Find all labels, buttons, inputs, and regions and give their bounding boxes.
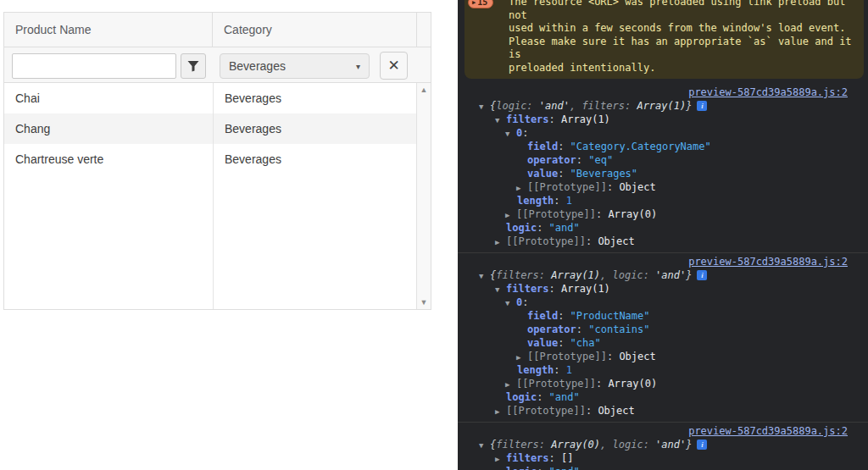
disclosure-triangle-icon[interactable]: ▶ <box>516 181 527 195</box>
console-tree-row: value: "cha" <box>458 336 868 350</box>
disclosure-triangle-icon[interactable]: ▶ <box>505 378 516 391</box>
console-token: [[Prototype]] <box>506 405 586 417</box>
category-cell[interactable]: Beverages <box>213 152 416 166</box>
console-log-block: preview-587cd39a5889a.js:2▼{logic: 'and'… <box>458 84 868 253</box>
console-tree-row: operator: "eq" <box>458 153 868 167</box>
screen: Product Name Category Beverages ▾ ✕ <box>0 0 868 470</box>
console-token: "Beverages" <box>570 168 637 180</box>
disclosure-triangle-icon[interactable]: ▼ <box>495 283 506 296</box>
product-name-filter-input[interactable] <box>12 53 176 79</box>
grid-filter-row: Beverages ▾ ✕ <box>4 47 431 83</box>
console-token: Array(1) <box>551 269 600 281</box>
console-token: filters <box>506 283 549 295</box>
console-token: Object <box>619 351 655 362</box>
column-header-label: Product Name <box>15 23 91 36</box>
table-row[interactable]: Chartreuse verte Beverages <box>4 144 416 174</box>
console-token: } <box>686 100 692 112</box>
console-token: : <box>522 296 528 308</box>
category-filter-dropdown[interactable]: Beverages ▾ <box>220 53 370 79</box>
info-icon[interactable]: i <box>697 440 707 450</box>
category-cell[interactable]: Beverages <box>213 122 416 135</box>
console-tree-row: ▼filters: Array(1) <box>458 282 868 296</box>
filter-button[interactable] <box>181 53 206 79</box>
disclosure-triangle-icon[interactable]: ▼ <box>495 113 506 127</box>
console-token: length <box>517 195 554 207</box>
console-token: Array(1) <box>561 113 610 125</box>
console-tree-row: ▶[[Prototype]]: Array(0) <box>458 207 868 221</box>
scroll-down-icon[interactable]: ▼ <box>420 299 428 306</box>
product-cell[interactable]: Chartreuse verte <box>4 152 213 166</box>
console-tree-row: ▼filters: Array(1) <box>458 113 868 126</box>
console-token: : <box>607 351 619 362</box>
console-tree-row: operator: "contains" <box>458 323 868 336</box>
console-token: "and" <box>549 222 580 234</box>
warning-count: 15 <box>477 0 487 8</box>
console-tree-row: ▶filters: [] <box>458 451 868 465</box>
console-token: value <box>527 168 558 180</box>
console-token: Array(0) <box>551 439 600 451</box>
clear-filter-button[interactable]: ✕ <box>380 52 408 80</box>
console-token: field <box>527 310 558 322</box>
info-icon[interactable]: i <box>697 101 707 111</box>
console-token: "ProductName" <box>570 310 650 322</box>
column-header-category[interactable]: Category <box>213 13 416 47</box>
warning-repeat-count-badge[interactable]: ▶ 15 <box>468 0 493 8</box>
console-token: Array(1) <box>637 100 686 112</box>
info-icon[interactable]: i <box>697 270 707 280</box>
console-tree-row: field: "Category.CategoryName" <box>458 140 868 153</box>
table-row[interactable]: Chang Beverages <box>4 113 416 144</box>
console-tree-row: logic: "and" <box>458 390 868 404</box>
console-token: : <box>537 222 548 234</box>
disclosure-triangle-icon[interactable]: ▼ <box>505 296 516 310</box>
source-link[interactable]: preview-587cd39a5889a.js:2 <box>688 256 848 268</box>
warning-line: Please make sure it has an appropriate `… <box>509 36 857 62</box>
console-token: : <box>549 283 561 295</box>
console-token: "cha" <box>570 337 601 349</box>
console-token: : <box>607 181 619 193</box>
console-tree-row: ▼0: <box>458 296 868 309</box>
source-link-row: preview-587cd39a5889a.js:2 <box>458 424 868 438</box>
console-token: , <box>570 100 581 112</box>
column-header-label: Category <box>224 23 272 36</box>
console-token: : <box>596 208 608 220</box>
disclosure-triangle-icon[interactable]: ▶ <box>495 452 506 466</box>
disclosure-triangle-icon[interactable]: ▼ <box>505 127 516 141</box>
table-row[interactable]: Chai Beverages <box>4 83 416 113</box>
product-grid: Product Name Category Beverages ▾ ✕ <box>3 12 431 310</box>
console-token: : <box>643 439 655 451</box>
console-token: : <box>586 405 598 417</box>
dropdown-selected-value: Beverages <box>229 59 286 73</box>
product-cell[interactable]: Chang <box>4 122 213 135</box>
disclosure-triangle-icon[interactable]: ▶ <box>516 351 527 364</box>
vertical-scrollbar[interactable]: ▲ ▼ <box>416 83 431 309</box>
disclosure-triangle-icon[interactable]: ▶ <box>495 405 506 418</box>
column-header-product-name[interactable]: Product Name <box>4 13 213 47</box>
console-token: } <box>686 439 692 451</box>
console-tree-row: length: 1 <box>458 194 868 207</box>
console-tree-row: value: "Beverages" <box>458 167 868 180</box>
header-scrollbar-spacer <box>416 13 431 47</box>
console-tree-row: ▼{filters: Array(1), logic: 'and'}i <box>458 268 868 282</box>
disclosure-triangle-icon[interactable]: ▶ <box>505 208 516 222</box>
product-cell[interactable]: Chai <box>4 91 213 105</box>
disclosure-triangle-icon[interactable]: ▼ <box>479 269 490 283</box>
console-token: : <box>554 364 565 376</box>
source-link[interactable]: preview-587cd39a5889a.js:2 <box>688 86 848 98</box>
source-link[interactable]: preview-587cd39a5889a.js:2 <box>688 425 848 437</box>
console-token: [] <box>561 452 573 464</box>
console-token: 'and' <box>539 100 570 112</box>
console-token: Array(0) <box>608 378 657 390</box>
console-tree-row: ▼{logic: 'and', filters: Array(1)}i <box>458 99 868 113</box>
console-token: [[Prototype]] <box>527 351 607 362</box>
console-tree-row: length: 1 <box>458 363 868 377</box>
disclosure-triangle-icon[interactable]: ▼ <box>479 439 490 452</box>
category-cell[interactable]: Beverages <box>213 91 416 105</box>
console-token: filters <box>506 452 549 464</box>
console-token: [[Prototype]] <box>516 378 596 390</box>
console-warning-message: ▶ 15 The resource <URL> was preloaded us… <box>465 0 864 79</box>
disclosure-triangle-icon[interactable]: ▶ <box>495 235 506 249</box>
console-token: operator <box>527 323 576 335</box>
scroll-up-icon[interactable]: ▲ <box>420 86 428 93</box>
console-token: filters <box>581 100 625 112</box>
disclosure-triangle-icon[interactable]: ▼ <box>479 100 490 113</box>
